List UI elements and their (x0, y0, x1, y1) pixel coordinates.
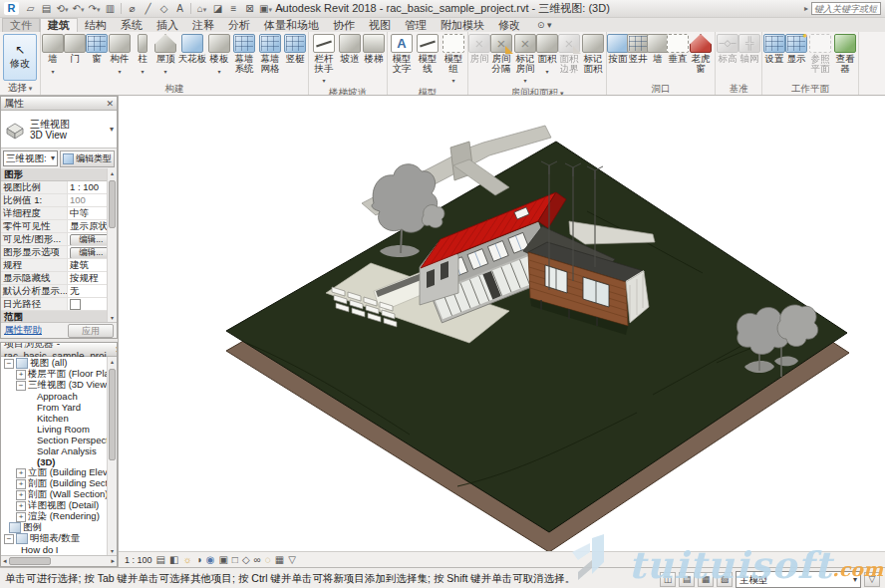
panel-room-area-label[interactable]: 房间和面积 (469, 87, 605, 97)
design-option-select[interactable]: 主模型▾ (736, 571, 861, 588)
crop-view-icon[interactable]: ▣ (218, 553, 227, 566)
dormer-opening-button[interactable]: 老虎窗 (688, 32, 714, 83)
curtain-grid-button[interactable]: 幕墙网格 (257, 32, 283, 83)
type-selector[interactable]: 三维视图 3D View ▾ (1, 111, 117, 148)
tab-view[interactable]: 视图 (362, 19, 398, 32)
close-icon[interactable]: ✕ (115, 345, 118, 355)
tree-item-renderings[interactable]: +渲染 (Rendering) (1, 511, 117, 522)
browser-hscrollbar[interactable]: ◂ ▸ (1, 555, 117, 566)
expand-icon[interactable]: + (16, 512, 26, 522)
reveal-hidden-icon[interactable]: ◌ (265, 553, 271, 566)
mullion-button[interactable]: 竖梃 (283, 32, 307, 83)
tab-modify[interactable]: 修改 (491, 19, 527, 32)
tab-insert[interactable]: 插入 (149, 19, 185, 32)
editing-requests-icon[interactable]: ▤ (679, 572, 695, 587)
checkbox[interactable] (70, 299, 81, 310)
ref-plane-button[interactable]: 参照平面 (807, 32, 833, 83)
sync-icon[interactable]: ⟲▾ (55, 2, 70, 15)
tag-room-button[interactable]: 标记房间 (513, 32, 537, 87)
expand-icon[interactable]: + (16, 490, 26, 500)
visual-style-icon[interactable]: ◧ (169, 553, 178, 566)
door-button[interactable]: 门 (64, 32, 86, 83)
view-filter-combo[interactable]: 三维视图: (3D)▾ (3, 150, 58, 166)
tree-item-living-room[interactable]: Living Room (1, 424, 117, 435)
property-row[interactable]: 图形显示选项编辑... (1, 246, 117, 259)
property-row[interactable]: 显示隐藏线按规程 (1, 272, 117, 285)
scale-button[interactable]: 1 : 100 (125, 555, 152, 565)
detail-level-icon[interactable]: ▤ (156, 553, 165, 566)
temporary-view-properties-icon[interactable]: ▦ (275, 553, 284, 566)
expand-icon[interactable]: + (16, 468, 26, 478)
save-icon[interactable]: ▤ (39, 2, 54, 15)
wall-button[interactable]: 墙 (42, 32, 64, 83)
modify-button[interactable]: ↖ 修改 (3, 34, 37, 81)
close-hidden-windows-icon[interactable]: ⊠ (242, 2, 257, 15)
section-graphics[interactable]: 图形 (4, 168, 23, 180)
opening-by-face-button[interactable]: 按面 (608, 32, 628, 83)
customize-qat-icon[interactable]: ▾ (274, 2, 289, 15)
chevron-down-icon[interactable]: ▾ (110, 125, 114, 134)
room-button[interactable]: 房间 (469, 32, 489, 87)
tab-massing-site[interactable]: 体量和场地 (257, 19, 326, 32)
vertical-opening-button[interactable]: 垂直 (668, 32, 688, 83)
measure-icon[interactable]: ⌀ (125, 2, 140, 15)
sun-path-icon[interactable]: ☼ (182, 553, 191, 566)
aligned-dimension-icon[interactable]: ╱ (141, 2, 155, 15)
set-work-plane-button[interactable]: 设置 (763, 32, 785, 83)
tab-addins[interactable]: 附加模块 (434, 19, 491, 32)
design-options-icon[interactable]: ▧ (717, 572, 733, 587)
unlocked-3d-icon[interactable]: ◇ (242, 553, 250, 566)
model-text-button[interactable]: 模型文字 (389, 32, 415, 87)
default-3d-view-icon[interactable]: ⌂▾ (194, 2, 209, 15)
ceiling-button[interactable]: 天花板 (177, 32, 207, 83)
component-button[interactable]: 构件 (108, 32, 132, 83)
level-button[interactable]: 标高 (717, 32, 738, 83)
tab-systems[interactable]: 系统 (114, 19, 149, 32)
scroll-right-icon[interactable]: ▸ (109, 557, 117, 565)
tab-analyze[interactable]: 分析 (221, 19, 257, 32)
property-row[interactable]: 默认分析显示...无 (1, 285, 117, 298)
select-panel-label[interactable]: 选择 (0, 82, 40, 95)
area-button[interactable]: 面积 (537, 32, 557, 87)
shaft-opening-button[interactable]: 竖井 (628, 32, 648, 83)
model-group-button[interactable]: 模型组 (441, 32, 466, 87)
property-row[interactable]: 规程建筑 (1, 259, 117, 272)
railing-button[interactable]: 栏杆扶手 (310, 32, 338, 87)
section-icon[interactable]: ◪ (210, 2, 225, 15)
expand-icon[interactable]: + (16, 479, 26, 489)
tab-annotate[interactable]: 注释 (185, 19, 221, 32)
tree-item-solar-analysis[interactable]: Solar Analysis (1, 445, 117, 456)
collapse-icon[interactable]: − (16, 381, 26, 391)
tree-item-kitchen[interactable]: Kitchen (1, 413, 117, 424)
tab-architecture[interactable]: 建筑 (40, 18, 78, 32)
tree-item-from-yard[interactable]: From Yard (1, 402, 117, 413)
property-row[interactable]: 视图比例1 : 100 (1, 181, 117, 194)
model-line-button[interactable]: 模型线 (415, 32, 441, 87)
tab-collaborate[interactable]: 协作 (326, 19, 362, 32)
roof-button[interactable]: 屋顶 (153, 32, 177, 83)
close-icon[interactable]: ✕ (106, 99, 114, 109)
property-row[interactable]: 详细程度中等 (1, 207, 117, 220)
ramp-button[interactable]: 坡道 (338, 32, 362, 87)
viewer-button[interactable]: 查看器 (833, 32, 857, 83)
revit-logo[interactable]: R (4, 2, 19, 15)
tag-area-button[interactable]: 标记面积 (581, 32, 605, 87)
grid-button[interactable]: 轴网 (738, 32, 760, 83)
worksharing-display-icon[interactable]: ◫ (660, 572, 676, 587)
tree-item-schedules[interactable]: −明细表/数量 (1, 533, 117, 544)
redo-icon[interactable]: ↷▾ (87, 2, 102, 15)
browser-scrollbar[interactable]: ▴▾ (107, 357, 117, 555)
temporary-hide-isolate-icon[interactable]: ∞ (254, 553, 261, 566)
text-icon[interactable]: A (172, 2, 187, 15)
section-extents[interactable]: 范围 (4, 311, 23, 322)
properties-help-link[interactable]: 属性帮助 (4, 324, 42, 337)
drawing-area[interactable]: 1 : 100 ▤ ◧ ☼ ◑ ◉ ▣ □ ◇ ∞ ◌ ▦ ▽ (119, 96, 885, 567)
search-input[interactable] (811, 2, 881, 15)
tree-item-section-perspective[interactable]: Section Perspective (1, 435, 117, 445)
stair-button[interactable]: 楼梯 (362, 32, 386, 87)
expand-icon[interactable]: + (16, 501, 26, 511)
collapse-icon[interactable]: − (4, 359, 14, 369)
open-icon[interactable]: ▱ (23, 2, 38, 15)
wall-opening-button[interactable]: 墙 (648, 32, 668, 83)
property-row[interactable]: 日光路径 (1, 298, 117, 311)
